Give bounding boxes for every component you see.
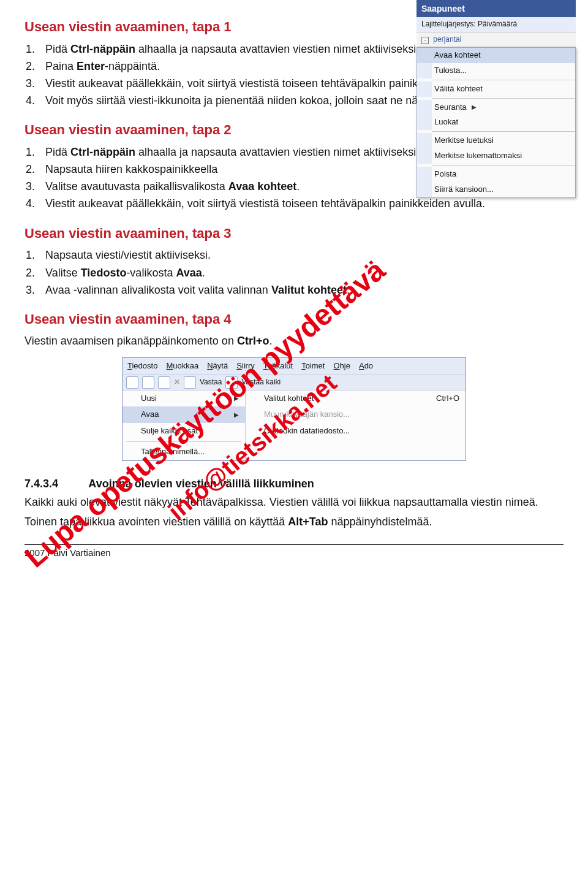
ctx-categories[interactable]: Luokat <box>417 115 575 130</box>
ctx-mark-read[interactable]: Merkitse luetuksi <box>417 133 575 148</box>
ctx-move[interactable]: Siirrä kansioon... <box>417 182 575 197</box>
subsection-p1: Kaikki auki olevat viestit näkyvät Tehtä… <box>24 494 564 510</box>
menu-toimet[interactable]: Toimet <box>301 360 325 372</box>
section3-list: Napsauta viesti/viestit aktiiviseksi. Va… <box>38 246 564 298</box>
fm-other-user-folder: Muun käyttäjän kansio... <box>246 406 466 423</box>
reply-all-icon[interactable] <box>225 376 238 389</box>
section3-title: Usean viestin avaaminen, tapa 3 <box>24 224 564 243</box>
fm-save-as[interactable]: Tallenna nimellä... <box>123 444 245 460</box>
footer-copyright: 2007 Päivi Vartiainen <box>24 544 564 560</box>
toolbar-icon[interactable] <box>126 376 138 389</box>
toolbar-replyall[interactable]: Vastaa kaiki <box>241 377 281 387</box>
ctx-forward[interactable]: Välitä kohteet <box>417 82 575 97</box>
toolbar-reply[interactable]: Vastaa <box>200 377 222 387</box>
fm-new[interactable]: Uusi▶ <box>123 390 245 407</box>
pane-title: Saapuneet <box>417 0 576 17</box>
toolbar-icon[interactable] <box>142 376 154 389</box>
menu-muokkaa[interactable]: Muokkaa <box>166 360 198 372</box>
fm-open[interactable]: Avaa▶ <box>123 406 245 423</box>
subsection-heading: 7.4.3.4 Avoinna olevien viestien välillä… <box>24 476 564 492</box>
section4-text: Viestin avaamisen pikanäppäinkomento on … <box>24 333 564 349</box>
menu-tiedosto[interactable]: Tiedosto <box>127 360 157 372</box>
menu-ohje[interactable]: Ohje <box>333 360 350 372</box>
print-icon[interactable] <box>158 376 170 389</box>
file-menu-screenshot: Tiedosto Muokkaa Näytä Siirry Työkalut T… <box>122 357 466 461</box>
list-item: Napsauta viesti/viestit aktiiviseksi. <box>38 246 564 264</box>
outlook-inbox-pane: Saapuneet Lajittelujärjestys: Päivämäärä… <box>417 0 576 198</box>
collapse-icon[interactable]: - <box>421 37 429 44</box>
menu-siirry[interactable]: Siirry <box>236 360 255 372</box>
section4-title: Usean viestin avaaminen, tapa 4 <box>24 310 564 329</box>
file-menu-panel: Uusi▶ Avaa▶ Sulje kaikki osat Tallenna n… <box>123 390 246 460</box>
list-item: Avaa -valinnan alivalikosta voit valita … <box>38 281 564 299</box>
menubar: Tiedosto Muokkaa Näytä Siirry Työkalut T… <box>123 358 466 375</box>
menu-ado[interactable]: Ado <box>359 360 373 372</box>
ctx-print[interactable]: Tulosta... <box>417 63 575 78</box>
fm-close-all[interactable]: Sulje kaikki osat <box>123 423 245 440</box>
fm-selected-items[interactable]: Valitut kohteet Ctrl+O <box>246 390 466 407</box>
pane-day-header[interactable]: - perjantai <box>417 32 576 47</box>
ctx-mark-unread[interactable]: Merkitse lukemattomaksi <box>417 148 575 164</box>
context-menu: Avaa kohteet Tulosta... Välitä kohteet S… <box>417 47 576 198</box>
pane-sort: Lajittelujärjestys: Päivämäärä <box>417 17 576 31</box>
fm-outlook-data[interactable]: Outlookin datatiedosto... <box>246 423 466 440</box>
ctx-open-items[interactable]: Avaa kohteet <box>417 48 575 63</box>
reply-icon[interactable] <box>184 376 196 389</box>
menu-nayta[interactable]: Näytä <box>207 360 228 372</box>
open-submenu: Valitut kohteet Ctrl+O Muun käyttäjän ka… <box>246 390 466 460</box>
ctx-followup[interactable]: Seuranta▶ <box>417 100 575 115</box>
toolbar: ✕ Vastaa Vastaa kaiki <box>123 375 466 390</box>
subsection-p2: Toinen tapa liikkua avointen viestien vä… <box>24 514 564 530</box>
menu-tyokalut[interactable]: Työkalut <box>263 360 293 372</box>
day-label: perjantai <box>433 35 461 44</box>
ctx-delete[interactable]: Poista <box>417 167 575 182</box>
list-item: Valitse Tiedosto-valikosta Avaa. <box>38 264 564 281</box>
